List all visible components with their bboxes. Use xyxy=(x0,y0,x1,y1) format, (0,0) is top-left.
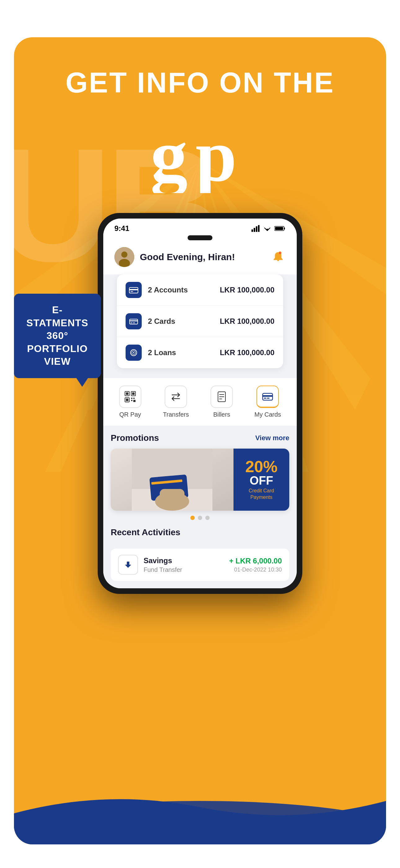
phone-screen: 9:41 xyxy=(103,219,297,588)
action-transfers[interactable]: Transfers xyxy=(163,385,189,418)
promotions-title: Promotions xyxy=(111,433,159,443)
svg-rect-29 xyxy=(130,320,138,321)
svg-rect-18 xyxy=(275,227,283,230)
billers-icon xyxy=(215,391,228,403)
promo-badge: 20% OFF Credit Card Payments xyxy=(233,448,289,511)
dot-1[interactable] xyxy=(190,516,195,520)
header-title: GET INFO ON THE xyxy=(65,68,335,97)
mycards-icon-box xyxy=(257,385,279,408)
phone-frame: 9:41 xyxy=(98,213,302,594)
loans-icon xyxy=(126,345,142,361)
svg-rect-42 xyxy=(133,398,135,399)
bottom-wave-svg xyxy=(14,788,386,844)
svg-rect-27 xyxy=(131,291,133,292)
billers-icon-box xyxy=(210,385,233,408)
activity-right: + LKR 6,000.00 01-Dec-2022 10:30 xyxy=(229,557,282,573)
cards-label: 2 Cards xyxy=(148,317,214,326)
transfer-icon xyxy=(170,391,182,403)
account-row-loans[interactable]: 2 Loans LKR 100,000.00 xyxy=(117,337,283,368)
loans-label: 2 Loans xyxy=(148,348,214,357)
qrpay-label: QR Pay xyxy=(120,411,141,418)
action-mycards[interactable]: My Cards xyxy=(255,385,281,418)
bell-icon xyxy=(272,251,284,263)
svg-rect-58 xyxy=(160,489,185,501)
svg-rect-14 xyxy=(256,226,257,232)
quick-actions: QR Pay Transfers xyxy=(103,378,297,426)
wifi-icon xyxy=(263,225,271,231)
camera-notch xyxy=(188,235,212,240)
svg-rect-24 xyxy=(277,260,279,261)
avatar xyxy=(114,247,134,267)
main-card: UB GET INFO ON THE g p E-STATMEN xyxy=(14,37,386,844)
svg-rect-31 xyxy=(133,322,135,323)
accounts-label: 2 Accounts xyxy=(148,286,214,294)
bottom-wave-container xyxy=(14,788,386,844)
svg-text:p: p xyxy=(195,114,237,193)
cards-icon-svg xyxy=(129,318,138,325)
callout-text: E-STATMENTS 360° PORTFOLIO VIEW xyxy=(23,304,92,368)
billers-label: Billers xyxy=(213,411,230,418)
promotions-header: Promotions View more xyxy=(111,433,289,443)
activity-icon xyxy=(118,555,138,575)
svg-rect-28 xyxy=(130,319,138,324)
loans-icon-svg xyxy=(129,349,138,356)
status-bar: 9:41 xyxy=(103,219,297,235)
mycards-icon xyxy=(261,390,274,403)
activity-name: Savings xyxy=(143,556,224,565)
activity-row[interactable]: Savings Fund Transfer + LKR 6,000.00 01-… xyxy=(111,549,289,581)
svg-point-23 xyxy=(279,252,281,254)
get-info-text: GET INFO xyxy=(65,67,210,98)
avatar-image xyxy=(114,247,134,267)
promo-image-inner xyxy=(111,448,233,511)
svg-rect-40 xyxy=(126,399,128,401)
activity-info: Savings Fund Transfer xyxy=(143,556,224,574)
activity-date: 01-Dec-2022 10:30 xyxy=(229,566,282,573)
top-white-space xyxy=(0,0,400,37)
account-row-cards[interactable]: 2 Cards LKR 100,000.00 xyxy=(117,306,283,337)
svg-rect-30 xyxy=(131,322,132,323)
svg-rect-17 xyxy=(284,227,285,229)
promo-dots xyxy=(111,516,289,520)
svg-rect-12 xyxy=(252,229,253,232)
outer-container: UB GET INFO ON THE g p E-STATMEN xyxy=(0,0,400,868)
notification-bell[interactable] xyxy=(271,250,286,265)
phone-area: E-STATMENTS 360° PORTFOLIO VIEW 9:41 xyxy=(82,213,318,594)
recent-section: Recent Activities Savings Fund Transfer xyxy=(103,527,297,588)
loans-amount: LKR 100,000.00 xyxy=(220,348,274,357)
accounts-icon xyxy=(126,282,142,298)
svg-rect-43 xyxy=(131,400,132,401)
svg-rect-15 xyxy=(258,225,260,232)
action-billers[interactable]: Billers xyxy=(210,385,233,418)
svg-rect-13 xyxy=(254,228,255,232)
accounts-section: 2 Accounts LKR 100,000.00 xyxy=(117,274,283,368)
view-more-link[interactable]: View more xyxy=(255,434,289,442)
promotions-section: Promotions View more xyxy=(103,426,297,527)
savings-icon xyxy=(123,559,134,570)
app-header: Good Evening, Hiran! xyxy=(103,242,297,274)
qr-icon xyxy=(124,391,136,403)
accounts-icon-svg xyxy=(129,286,138,294)
svg-point-34 xyxy=(133,352,134,353)
battery-icon xyxy=(274,226,286,231)
svg-rect-41 xyxy=(131,398,132,399)
gp-logo: g p xyxy=(141,106,259,194)
accounts-amount: LKR 100,000.00 xyxy=(220,286,274,294)
status-time: 9:41 xyxy=(114,224,129,233)
activity-type: Fund Transfer xyxy=(143,566,224,574)
dot-3[interactable] xyxy=(205,516,210,520)
transfers-label: Transfers xyxy=(163,411,189,418)
dot-2[interactable] xyxy=(198,516,202,520)
promo-illustration xyxy=(111,448,233,511)
recent-header: Recent Activities xyxy=(111,527,289,543)
cards-icon xyxy=(126,313,142,330)
action-qrpay[interactable]: QR Pay xyxy=(119,385,141,418)
callout-bubble: E-STATMENTS 360° PORTFOLIO VIEW xyxy=(14,294,101,378)
accounts-wrapper: 2 Accounts LKR 100,000.00 xyxy=(103,274,297,373)
qrpay-icon-box xyxy=(119,385,141,408)
mycards-label: My Cards xyxy=(255,411,281,418)
promo-card[interactable]: 20% OFF Credit Card Payments xyxy=(111,448,289,511)
account-row-accounts[interactable]: 2 Accounts LKR 100,000.00 xyxy=(117,274,283,306)
svg-rect-44 xyxy=(133,400,135,402)
svg-rect-36 xyxy=(126,393,128,395)
svg-point-20 xyxy=(121,251,128,258)
